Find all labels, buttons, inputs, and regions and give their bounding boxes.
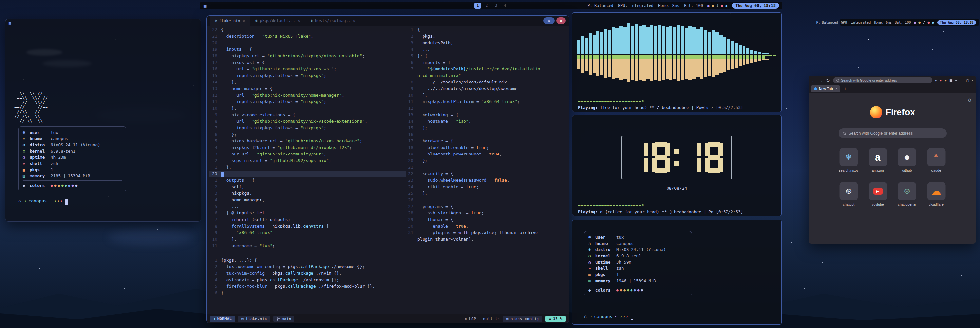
shortcut-tile-youtube[interactable]: ▶youtube <box>869 182 887 206</box>
palette-dot: ● <box>54 183 57 188</box>
tab-new-tab[interactable]: New Tab × <box>811 86 840 92</box>
firefox-logo <box>870 106 882 119</box>
line-number: 8 <box>209 118 221 125</box>
line-number: 11 <box>406 98 417 105</box>
palette-dot: ● <box>623 288 625 292</box>
shortcut-tile-cloudflare[interactable]: ☁cloudflare <box>927 182 945 206</box>
purple-tray-icon[interactable]: ● <box>914 20 916 25</box>
menu-icon[interactable]: ≡ <box>955 78 957 82</box>
workspace-button-1[interactable]: 1 <box>474 3 481 8</box>
yellow-tray-icon[interactable]: ● <box>712 3 714 8</box>
viz-bar <box>715 16 719 97</box>
blue-extension-icon[interactable]: ● <box>935 78 937 82</box>
fetch-label: colors <box>30 182 51 189</box>
reload-button[interactable]: ↻ <box>826 78 830 83</box>
editor-window[interactable]: ❄flake.nix×❄pkgs/default...×❄hosts/isoIm… <box>206 15 569 323</box>
tile-box: ⊛ <box>840 182 858 200</box>
personalize-gear-icon[interactable]: ⚙ <box>967 98 972 103</box>
blue-tray-icon[interactable]: ● <box>932 20 934 25</box>
palette-dot: ● <box>634 288 636 292</box>
workspace-button-2[interactable]: 2 <box>484 3 490 8</box>
code-line: 1{pkgs, ...}: { <box>209 257 406 263</box>
minimize-button[interactable]: — <box>960 79 963 82</box>
music-tray-icon[interactable]: ♪ <box>923 20 925 25</box>
editor-tab-flake.nix[interactable]: ❄flake.nix× <box>210 16 250 25</box>
flake-nix-pane[interactable]: 22{21 description = "tux's NixOS Flake";… <box>209 27 406 249</box>
red-extension-icon[interactable]: ● <box>940 78 942 82</box>
terminal-palette: ●●●●●●●● <box>616 287 644 293</box>
fetch-label: user <box>30 129 51 136</box>
line-number: 16 <box>406 131 417 138</box>
fetch-label: hname <box>30 136 51 142</box>
digital-clock <box>621 136 732 179</box>
new-tab-button[interactable]: + <box>844 86 846 91</box>
code-line: 15 inputs.nixpkgs.follows = "nixpkgs"; <box>209 72 406 79</box>
shortcut-tile-claude[interactable]: *claude <box>927 148 945 172</box>
shortcut-tile-amazon[interactable]: aamazon <box>869 148 887 172</box>
shell-prompt[interactable]: ⌂ → canopus ~ ››› <box>18 198 68 204</box>
gear-icon: ⚙ <box>465 317 467 321</box>
yellow-tray-icon[interactable]: ● <box>918 20 921 25</box>
fetch-row: ⚙kernel6.9.8-zen1 <box>22 148 122 154</box>
line-number: 1 <box>406 27 417 33</box>
tab-favicon <box>814 87 817 90</box>
workspace-button-4[interactable]: 4 <box>502 3 508 8</box>
viz-bar <box>681 16 684 97</box>
forward-button[interactable]: → <box>819 78 823 83</box>
user-icon: ☻ <box>22 129 30 136</box>
workspace-button-3[interactable]: 3 <box>493 3 499 8</box>
shortcut-tile-chat.openai[interactable]: ⊛chat.openai <box>898 182 916 206</box>
tab-close-icon[interactable]: × <box>243 19 245 23</box>
default-nix-pane[interactable]: 1{pkgs, ...}: {2 tux-awesome-wm-config =… <box>209 257 406 296</box>
kernel-icon: ⚙ <box>588 253 595 259</box>
code-line: 9 "x86_64-linux" <box>209 230 406 236</box>
fetch-row: ◔uptime4h 23m <box>22 154 122 160</box>
line-number: 16 <box>209 66 221 72</box>
code-line: 21 <box>406 164 567 171</box>
nix-file-icon: ❄ <box>256 19 258 23</box>
tab-close-icon[interactable]: × <box>298 18 300 23</box>
red-tray-icon[interactable]: ● <box>721 3 723 8</box>
fetch-row: ⌂hnamecanopus <box>588 240 688 247</box>
viz-bar <box>635 16 638 97</box>
music-tray-icon[interactable]: ♪ <box>716 3 719 8</box>
code-line: 1 }; <box>209 164 406 171</box>
close-button[interactable]: × <box>972 79 974 82</box>
red-tray-icon[interactable]: ● <box>927 20 929 25</box>
line-number: 17 <box>209 59 221 66</box>
statusline: ◆NORMAL ▤flake.nix main ⚙LSP ~ null-ls ▦… <box>207 314 569 323</box>
line-number: 13 <box>406 112 417 118</box>
shortcut-tile-chatgpt[interactable]: ⊛chatgpt <box>840 182 858 206</box>
viz-bar <box>692 16 696 97</box>
palette-dot: ● <box>627 288 629 292</box>
newtab-search-input[interactable]: Search with Google or enter address <box>838 128 947 138</box>
editor-tab-hosts/isoImag..[interactable]: ❄hosts/isoImag..× <box>306 16 360 25</box>
firefox-wordmark: Firefox <box>885 107 915 117</box>
editor-tab-pkgs/default...[interactable]: ❄pkgs/default...× <box>251 16 305 25</box>
blue-tray-icon[interactable]: ● <box>725 3 728 8</box>
firefox-tab-bar: New Tab × + <box>809 85 976 93</box>
yellow-extension-icon[interactable]: ● <box>944 78 947 82</box>
launcher-grid-icon[interactable]: ▦ <box>204 3 206 8</box>
tile-box: ▶ <box>869 182 887 200</box>
shortcut-tile-search.nixos[interactable]: ❄search.nixos <box>840 148 858 172</box>
firefox-window[interactable]: ← → ↻ Search with Google or enter addres… <box>809 76 976 244</box>
code-line: 2 self, <box>209 184 406 190</box>
purple-tray-icon[interactable]: ● <box>708 3 710 8</box>
terminal-window[interactable]: ▦ \\ \\ // ==\\__\\/ // // \\// ==// //=… <box>5 19 201 222</box>
tab-close-icon[interactable]: × <box>835 87 837 91</box>
url-bar[interactable]: Search with Google or enter address <box>833 77 932 84</box>
extensions-puzzle-icon[interactable]: ▣ <box>949 78 953 82</box>
eye-indicator-button[interactable]: ◉ <box>543 17 555 24</box>
line-number: 8 <box>209 223 221 230</box>
mode-indicator: ◆NORMAL <box>210 315 235 322</box>
fastfetch-info-box: ☻usertux⌂hnamecanopus❄distroNixOS 24.11 … <box>584 231 692 296</box>
tab-close-icon[interactable]: × <box>353 18 355 23</box>
back-button[interactable]: ← <box>811 78 816 83</box>
viz-bar <box>638 16 642 97</box>
viz-bar <box>615 16 619 97</box>
maximize-button[interactable]: ▢ <box>966 79 969 82</box>
editor-close-button[interactable]: × <box>557 17 566 24</box>
iso-image-pane[interactable]: 1{2 pkgs,3 modulesPath,4 ...5}: {6 impor… <box>406 27 567 242</box>
shortcut-tile-github[interactable]: ●github <box>898 148 916 172</box>
